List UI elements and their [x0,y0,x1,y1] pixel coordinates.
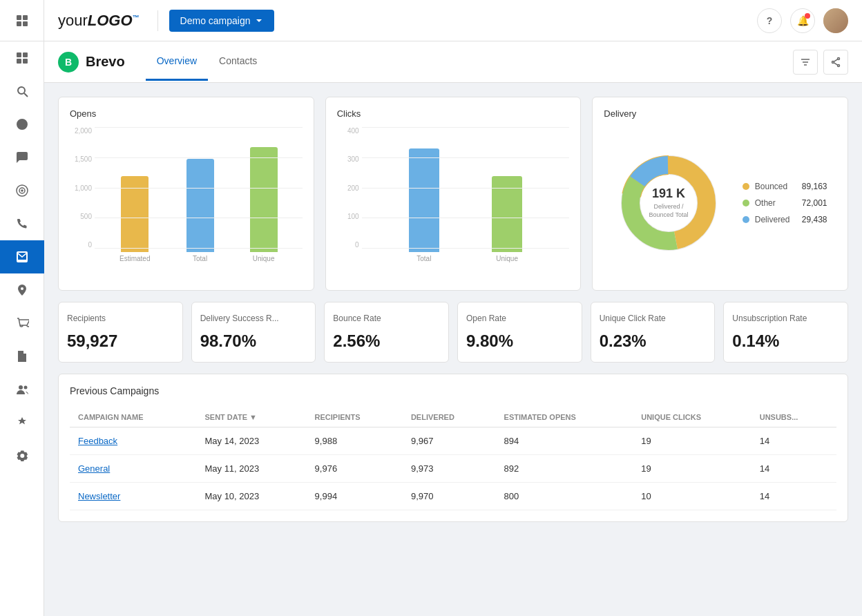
nav-grid-icon[interactable] [0,41,44,75]
opens-y-500: 500 [70,213,92,220]
svg-text:191 K: 191 K [652,186,685,200]
legend-other-label: Other [755,198,796,208]
previous-campaigns-section: Previous Campaigns CAMPAIGN NAME SENT DA… [58,374,848,522]
opens-bar-estimated [121,176,149,252]
newsletter-link[interactable]: Newsletter [78,491,120,501]
col-unsub: UNSUBS... [751,407,836,427]
svg-rect-0 [17,15,21,20]
avatar-image [823,8,848,33]
svg-rect-4 [17,52,21,57]
legend-other: Other 72,001 [743,198,827,208]
previous-campaigns-title: Previous Campaigns [70,385,836,396]
header-actions [793,50,848,75]
legend-bounced-dot [743,183,749,190]
clicks-y-400: 400 [337,127,359,135]
nav-analytics-icon[interactable] [0,108,44,141]
nav-home-top[interactable] [0,0,44,41]
stats-row: Recipients 59,927 Delivery Success R... … [58,302,848,363]
legend-delivered-label: Delivered [755,215,796,224]
col-unique-clicks: UNIQUE CLICKS [633,407,751,427]
clicks-label-unique: Unique [496,255,518,262]
notification-badge [805,13,810,19]
stat-bounce-label: Bounce Rate [333,314,440,323]
clicks-chart-title: Clicks [337,108,570,119]
opens-label-total: Total [193,255,207,262]
notification-button[interactable]: 🔔 [790,8,815,33]
tab-overview[interactable]: Overview [146,43,208,81]
demo-campaign-button[interactable]: Demo campaign [169,10,274,32]
help-button[interactable]: ? [757,8,782,33]
stat-bounce-value: 2.56% [333,331,440,351]
delivery-chart-card: Delivery [592,97,848,291]
nav-plugin-icon[interactable] [0,406,44,439]
opens-y-1000: 1,000 [70,184,92,192]
col-campaign-name: CAMPAIGN NAME [70,407,196,427]
nav-target-icon[interactable] [0,174,44,207]
row3-recipients: 9,994 [307,483,403,510]
delivery-chart-title: Delivery [604,108,836,119]
tab-contacts[interactable]: Contacts [208,43,268,81]
svg-line-21 [834,59,837,61]
nav-email-icon[interactable] [0,240,44,273]
left-navigation [0,0,44,616]
table-header-row: CAMPAIGN NAME SENT DATE ▼ RECIPIENTS DEL… [70,407,836,427]
share-button[interactable] [823,50,848,75]
svg-point-8 [18,87,25,94]
feedback-link[interactable]: Feedback [78,436,117,446]
nav-home-icon[interactable] [0,4,44,37]
donut-chart: 191 K Delivered / Bounced Total [613,148,724,258]
help-icon: ? [767,15,773,26]
svg-point-19 [832,61,834,63]
opens-bar-total [186,159,214,252]
svg-text:Delivered /: Delivered / [653,203,684,210]
top-bar: yourLOGO™ Demo campaign ? 🔔 [44,0,862,41]
col-sent-date[interactable]: SENT DATE ▼ [196,407,306,427]
stat-unsub-value: 0.14% [732,331,839,351]
stat-unique-value: 0.23% [600,331,707,351]
stat-delivery-label: Delivery Success R... [200,314,307,323]
svg-text:Bounced Total: Bounced Total [649,211,688,218]
filter-button[interactable] [793,50,818,75]
nav-cart-icon[interactable] [0,307,44,340]
opens-y-0: 0 [70,241,92,249]
nav-document-icon[interactable] [0,340,44,373]
row1-sent-date: May 14, 2023 [196,427,306,455]
content-area: B Brevo Overview Contacts [44,41,862,616]
table-row: General May 11, 2023 9,976 9,973 892 19 … [70,455,836,483]
clicks-label-total: Total [416,255,431,262]
donut-legend: Bounced 89,163 Other 72,001 Delivered [743,182,827,224]
svg-rect-3 [23,21,28,26]
col-recipients: RECIPIENTS [307,407,403,427]
row3-unique-clicks: 10 [633,483,751,510]
svg-point-18 [838,57,840,59]
svg-point-14 [23,386,27,389]
nav-chat-icon[interactable] [0,141,44,174]
table-row: Feedback May 14, 2023 9,988 9,967 894 19… [70,427,836,455]
top-bar-right: ? 🔔 [757,8,848,33]
clicks-y-200: 200 [337,184,359,192]
opens-chart-card: Opens 2,000 1,500 1,000 500 0 [58,97,314,291]
nav-location-icon[interactable] [0,273,44,307]
nav-phone-icon[interactable] [0,207,44,240]
nav-people-icon[interactable] [0,373,44,406]
row1-name: Feedback [70,427,196,455]
general-link[interactable]: General [78,463,110,474]
logo-tm: ™ [133,13,140,21]
stat-open-rate: Open Rate 9.80% [457,302,582,363]
stat-recipients: Recipients 59,927 [58,302,183,363]
row3-delivered: 9,970 [403,483,496,510]
col-estimated-opens: ESTIMATED OPENS [496,407,633,427]
brevo-tabs: Overview Contacts [146,43,269,81]
nav-search-icon[interactable] [0,75,44,108]
stat-open-label: Open Rate [466,314,573,323]
sort-icon: ▼ [249,413,257,421]
opens-label-unique: Unique [253,255,275,262]
avatar[interactable] [823,8,848,33]
row3-sent-date: May 10, 2023 [196,483,306,510]
svg-line-9 [24,93,28,97]
nav-settings-icon[interactable] [0,439,44,472]
brevo-header: B Brevo Overview Contacts [44,41,862,83]
stat-unique-label: Unique Click Rate [600,314,707,323]
demo-campaign-label: Demo campaign [180,15,251,26]
row2-sent-date: May 11, 2023 [196,455,306,483]
